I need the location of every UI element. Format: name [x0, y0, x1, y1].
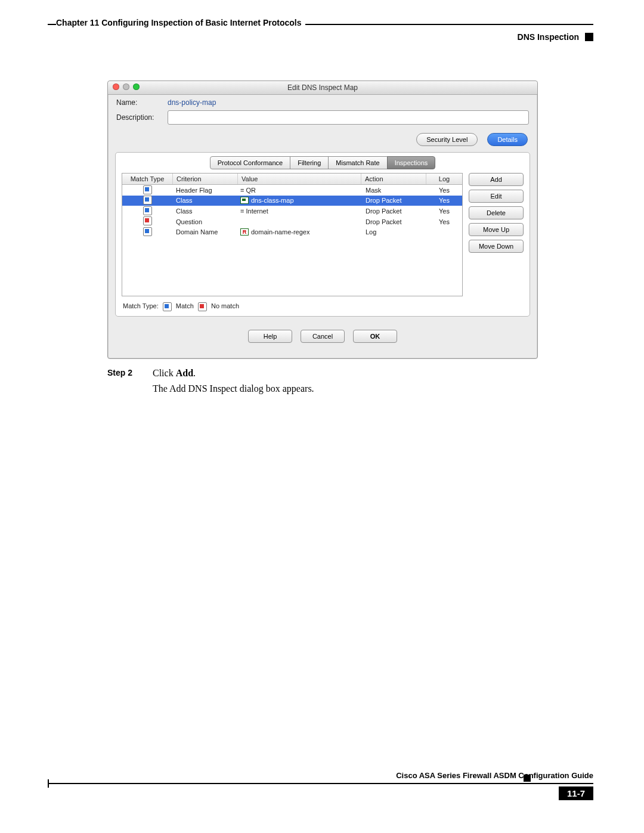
match-icon [143, 227, 152, 236]
tab-mismatch-rate[interactable]: Mismatch Rate [328, 156, 387, 169]
cell-value [237, 221, 362, 223]
cell-log: Yes [426, 206, 462, 216]
col-action: Action [361, 174, 426, 184]
no-match-icon [198, 302, 207, 311]
step-text-c: . [193, 368, 196, 378]
minimize-icon[interactable] [123, 83, 129, 90]
col-match-type: Match Type [122, 174, 173, 184]
step-text-a: Click [153, 368, 176, 378]
titlebar: Edit DNS Inspect Map [108, 81, 537, 95]
match-icon [163, 302, 172, 311]
tab-inspections[interactable]: Inspections [387, 156, 436, 169]
tab-bar: Protocol Conformance Filtering Mismatch … [116, 156, 530, 169]
page-footer: Cisco ASA Series Firewall ASDM Configura… [48, 783, 593, 809]
description-label: Description: [116, 113, 163, 122]
page-header: Chapter 11 Configuring Inspection of Bas… [48, 18, 593, 51]
help-button[interactable]: Help [248, 330, 292, 343]
col-criterion: Criterion [173, 174, 238, 184]
security-level-button[interactable]: Security Level [416, 133, 478, 146]
cell-action: Drop Packet [362, 206, 426, 216]
name-row: Name: dns-policy-map [108, 95, 537, 107]
table-header: Match Type Criterion Value Action Log [122, 174, 462, 185]
cell-log: Yes [426, 185, 462, 195]
cell-criterion: Class [172, 196, 237, 205]
cell-action: Log [362, 227, 426, 237]
match-icon [143, 206, 152, 215]
class-map-icon [240, 197, 249, 204]
chapter-title: Chapter 11 Configuring Inspection of Bas… [56, 18, 305, 27]
legend-nomatch: No match [211, 302, 239, 309]
name-label: Name: [116, 98, 163, 107]
cell-criterion: Question [172, 217, 237, 227]
cell-value: = Internet [237, 206, 362, 216]
step-result: The Add DNS Inspect dialog box appears. [153, 382, 578, 395]
details-button[interactable]: Details [487, 133, 528, 146]
table-row[interactable]: Domain NameRdomain-name-regexLog [122, 227, 462, 237]
col-log: Log [426, 174, 462, 184]
match-icon [143, 185, 152, 194]
cell-criterion: Header Flag [172, 185, 237, 195]
cancel-button[interactable]: Cancel [301, 330, 345, 343]
grid-area: Match Type Criterion Value Action Log He… [116, 173, 530, 300]
cell-action: Drop Packet [362, 196, 426, 205]
guide-title: Cisco ASA Series Firewall ASDM Configura… [396, 771, 593, 780]
header-square-icon [585, 33, 593, 41]
page-number: 11-7 [559, 786, 593, 800]
table-body: Header Flag= QRMaskYesClassdns-class-map… [122, 185, 462, 296]
footer-rule [48, 783, 593, 784]
cell-action: Drop Packet [362, 217, 426, 227]
ok-button[interactable]: OK [353, 330, 397, 343]
no-match-icon [143, 216, 152, 225]
body-text: Step 2 Click Add. The Add DNS Inspect di… [107, 367, 578, 395]
close-icon[interactable] [113, 83, 119, 90]
table-row[interactable]: QuestionDrop PacketYes [122, 216, 462, 227]
dialog-buttons: Help Cancel OK [108, 323, 537, 351]
regex-icon: R [240, 228, 249, 236]
side-buttons: Add Edit Delete Move Up Move Down [469, 173, 524, 296]
match-type-legend: Match Type: Match No match [116, 300, 530, 316]
col-value: Value [238, 174, 361, 184]
section-title: DNS Inspection [518, 32, 579, 42]
cell-value: dns-class-map [237, 196, 362, 205]
step-row: Step 2 Click Add. [107, 367, 578, 380]
step-label: Step 2 [107, 367, 136, 380]
tab-filtering[interactable]: Filtering [290, 156, 329, 169]
cell-action: Mask [362, 185, 426, 195]
step-text-add: Add [176, 368, 193, 378]
traffic-lights [113, 83, 140, 90]
cell-criterion: Class [172, 206, 237, 216]
dialog-window: Edit DNS Inspect Map Name: dns-policy-ma… [107, 80, 538, 359]
cell-criterion: Domain Name [172, 227, 237, 237]
name-value: dns-policy-map [168, 98, 216, 107]
legend-prefix: Match Type: [123, 302, 159, 309]
add-button[interactable]: Add [469, 173, 524, 186]
table-row[interactable]: Class= InternetDrop PacketYes [122, 206, 462, 216]
cell-value: = QR [237, 185, 362, 195]
cell-value: Rdomain-name-regex [237, 227, 362, 237]
description-row: Description: [108, 107, 537, 125]
delete-button[interactable]: Delete [469, 206, 524, 219]
match-icon [143, 196, 152, 205]
move-up-button[interactable]: Move Up [469, 223, 524, 236]
edit-button[interactable]: Edit [469, 190, 524, 203]
cell-log: Yes [426, 196, 462, 205]
description-input[interactable] [168, 110, 529, 125]
details-panel: Protocol Conformance Filtering Mismatch … [115, 152, 530, 317]
window-title: Edit DNS Inspect Map [108, 81, 537, 94]
cell-log [426, 231, 462, 233]
section-wrap: DNS Inspection [518, 32, 593, 42]
move-down-button[interactable]: Move Down [469, 240, 524, 253]
table-row[interactable]: Classdns-class-mapDrop PacketYes [122, 196, 462, 206]
mode-buttons: Security Level Details [108, 125, 537, 152]
tab-protocol-conformance[interactable]: Protocol Conformance [210, 156, 290, 169]
cell-log: Yes [426, 217, 462, 227]
zoom-icon[interactable] [133, 83, 140, 90]
step-text: Click Add. [153, 367, 196, 380]
table-row[interactable]: Header Flag= QRMaskYes [122, 185, 462, 196]
inspections-table[interactable]: Match Type Criterion Value Action Log He… [122, 173, 463, 296]
legend-match: Match [176, 302, 194, 309]
